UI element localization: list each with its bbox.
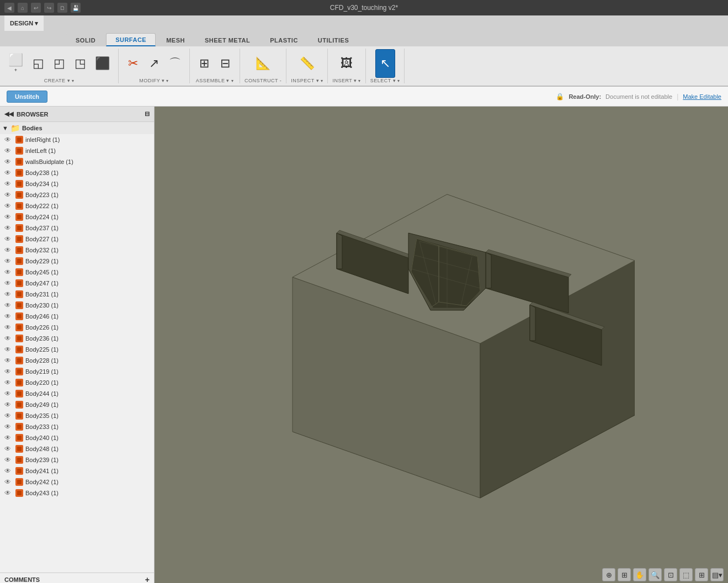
inspect-label[interactable]: INSPECT ▾ <box>291 78 323 83</box>
tab-utilities[interactable]: UTILITIES <box>309 33 358 46</box>
visibility-icon[interactable]: 👁 <box>4 169 13 177</box>
home-view-btn[interactable]: ⊞ <box>618 568 631 581</box>
tree-root-bodies[interactable]: ▼ 📁 Bodies <box>0 122 154 134</box>
select-main-btn[interactable]: ↖ <box>375 49 395 78</box>
tab-surface[interactable]: SURFACE <box>106 33 156 46</box>
zoom-box-btn[interactable]: ⊡ <box>664 568 677 581</box>
tree-item[interactable]: 👁 Body222 (1) <box>0 200 154 211</box>
tree-item[interactable]: 👁 Body237 (1) <box>0 222 154 234</box>
insert-label[interactable]: INSERT ▾ <box>332 78 360 83</box>
tree-item[interactable]: 👁 Body226 (1) <box>0 322 154 333</box>
create-label[interactable]: CREATE ▾ <box>44 78 75 83</box>
redo-btn[interactable]: ↪ <box>44 3 54 13</box>
home-btn[interactable]: ⌂ <box>18 3 28 13</box>
tree-item[interactable]: 👁 Body235 (1) <box>0 410 154 421</box>
modify-trim-btn[interactable]: ✂ <box>123 49 143 78</box>
visibility-icon[interactable]: 👁 <box>4 290 13 298</box>
tree-item[interactable]: 👁 Body236 (1) <box>0 333 154 344</box>
inspect-measure-btn[interactable]: 📏 <box>296 49 318 78</box>
window-controls[interactable]: ◀ ⌂ ↩ ↪ 🗋 💾 <box>0 3 81 13</box>
display-settings-btn[interactable]: ▤▾ <box>710 568 724 581</box>
visibility-icon[interactable]: 👁 <box>4 136 13 144</box>
make-editable-button[interactable]: Make Editable <box>683 93 721 100</box>
visibility-icon[interactable]: 👁 <box>4 467 13 475</box>
visibility-icon[interactable]: 👁 <box>4 368 13 375</box>
tab-mesh[interactable]: MESH <box>157 33 194 46</box>
modify-extend-btn[interactable]: ↗ <box>144 49 164 78</box>
tree-item[interactable]: 👁 Body234 (1) <box>0 178 154 189</box>
view-cube-btn[interactable]: ⬚ <box>679 568 693 581</box>
visibility-icon[interactable]: 👁 <box>4 257 13 265</box>
assemble-joint-btn[interactable]: ⊟ <box>215 49 235 78</box>
tab-plastic[interactable]: PLASTIC <box>261 33 307 46</box>
assemble-component-btn[interactable]: ⊞ <box>194 49 214 78</box>
visibility-icon[interactable]: 👁 <box>4 268 13 276</box>
visibility-icon[interactable]: 👁 <box>4 357 13 364</box>
visibility-icon[interactable]: 👁 <box>4 202 13 210</box>
tree-item[interactable]: 👁 Body227 (1) <box>0 234 154 245</box>
tree-item[interactable]: 👁 Body249 (1) <box>0 399 154 410</box>
comments-add-icon[interactable]: + <box>145 575 150 584</box>
tree-item[interactable]: 👁 Body242 (1) <box>0 476 154 487</box>
tree-item[interactable]: 👁 Body246 (1) <box>0 311 154 322</box>
visibility-icon[interactable]: 👁 <box>4 324 13 331</box>
visibility-icon[interactable]: 👁 <box>4 434 13 442</box>
orbit-btn[interactable]: ⊕ <box>602 568 615 581</box>
create-sweep-btn[interactable]: ◰ <box>49 49 69 78</box>
viewport[interactable]: ⊕ ⊞ ✋ 🔍 ⊡ ⬚ ⊞ ▤▾ <box>155 107 728 583</box>
tab-solid[interactable]: SOLID <box>66 33 105 46</box>
visibility-icon[interactable]: 👁 <box>4 180 13 188</box>
visibility-icon[interactable]: 👁 <box>4 445 13 453</box>
save-btn[interactable]: 💾 <box>71 3 81 13</box>
visibility-icon[interactable]: 👁 <box>4 423 13 431</box>
visibility-icon[interactable]: 👁 <box>4 335 13 342</box>
tree-item[interactable]: 👁 Body231 (1) <box>0 289 154 300</box>
create-loft-btn[interactable]: ◳ <box>70 49 90 78</box>
insert-main-btn[interactable]: 🖼 <box>337 49 357 78</box>
visibility-icon[interactable]: 👁 <box>4 390 13 398</box>
zoom-btn[interactable]: 🔍 <box>649 568 662 581</box>
back-btn[interactable]: ◀ <box>4 3 14 13</box>
modify-label[interactable]: MODIFY ▾ <box>139 78 169 83</box>
tree-item[interactable]: 👁 Body240 (1) <box>0 432 154 443</box>
construct-label[interactable]: CONSTRUCT - <box>245 78 281 83</box>
tree-item[interactable]: 👁 Body243 (1) <box>0 487 154 499</box>
visibility-icon[interactable]: 👁 <box>4 346 13 353</box>
tree-item[interactable]: 👁 Body232 (1) <box>0 245 154 256</box>
create-revolve-btn[interactable]: ◱ <box>28 49 48 78</box>
tree-item[interactable]: 👁 Body224 (1) <box>0 211 154 222</box>
tree-item[interactable]: 👁 Body248 (1) <box>0 443 154 454</box>
tree-item[interactable]: 👁 inletLeft (1) <box>0 145 154 156</box>
visibility-icon[interactable]: 👁 <box>4 158 13 166</box>
visibility-icon[interactable]: 👁 <box>4 213 13 221</box>
tree-item[interactable]: 👁 inletRight (1) <box>0 134 154 145</box>
visibility-icon[interactable]: 👁 <box>4 489 13 497</box>
visibility-icon[interactable]: 👁 <box>4 147 13 155</box>
browser-collapse-icon[interactable]: ⊟ <box>145 110 150 118</box>
visibility-icon[interactable]: 👁 <box>4 224 13 232</box>
tab-sheet-metal[interactable]: SHEET METAL <box>195 33 259 46</box>
tree-item[interactable]: 👁 Body219 (1) <box>0 366 154 377</box>
design-button[interactable]: DESIGN ▾ <box>4 15 44 31</box>
visibility-icon[interactable]: 👁 <box>4 456 13 464</box>
undo-btn[interactable]: ↩ <box>31 3 41 13</box>
unstitch-button[interactable]: Unstitch <box>7 91 47 103</box>
tree-item[interactable]: 👁 Body244 (1) <box>0 388 154 399</box>
assemble-label[interactable]: ASSEMBLE ▾ <box>196 78 233 83</box>
visibility-icon[interactable]: 👁 <box>4 301 13 309</box>
tree-item[interactable]: 👁 Body228 (1) <box>0 355 154 366</box>
visibility-icon[interactable]: 👁 <box>4 478 13 486</box>
tree-item[interactable]: 👁 Body247 (1) <box>0 278 154 289</box>
visibility-icon[interactable]: 👁 <box>4 401 13 409</box>
tree-item[interactable]: 👁 Body223 (1) <box>0 189 154 200</box>
file-btn[interactable]: 🗋 <box>57 3 67 13</box>
tree-item[interactable]: 👁 Body245 (1) <box>0 267 154 278</box>
tree-item[interactable]: 👁 Body225 (1) <box>0 344 154 355</box>
visibility-icon[interactable]: 👁 <box>4 246 13 254</box>
tree-item[interactable]: 👁 Body238 (1) <box>0 167 154 178</box>
pan-btn[interactable]: ✋ <box>633 568 646 581</box>
tree-item[interactable]: 👁 Body220 (1) <box>0 377 154 388</box>
construct-main-btn[interactable]: 📐 <box>252 49 274 78</box>
create-extrude-btn[interactable]: ⬜ + <box>4 49 27 78</box>
visibility-icon[interactable]: 👁 <box>4 379 13 386</box>
